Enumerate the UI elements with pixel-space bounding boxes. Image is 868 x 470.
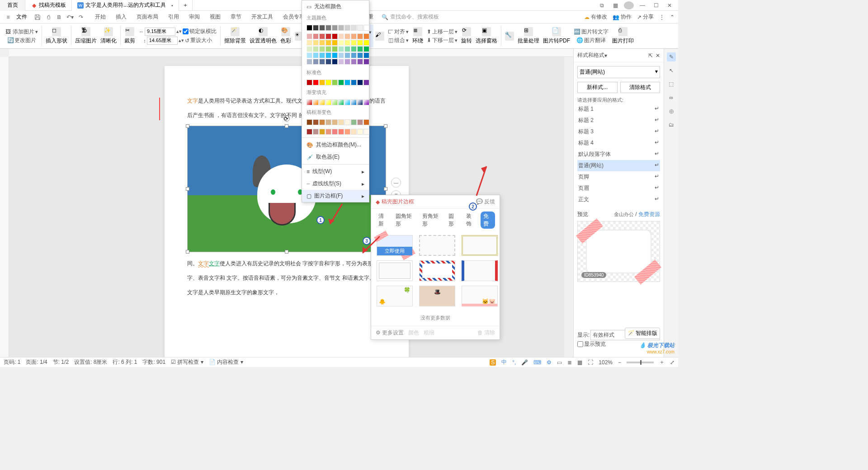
color-swatch[interactable] (307, 129, 312, 135)
align-objects-button[interactable]: ⫍对齐▾ (388, 28, 409, 36)
color-swatch[interactable] (363, 40, 369, 46)
color-swatch[interactable] (351, 33, 357, 39)
lang-punct-icon[interactable]: °, (512, 359, 516, 366)
fit-icon[interactable]: ⛶ (588, 359, 593, 366)
preview-icon[interactable]: 🗎 (55, 13, 63, 21)
color-swatch[interactable] (326, 33, 331, 39)
select-icon[interactable]: ⬚ (667, 80, 676, 89)
color-swatch[interactable] (338, 119, 344, 125)
color-swatch[interactable] (332, 25, 338, 31)
color-swatch[interactable] (307, 40, 312, 46)
popup-tab[interactable]: 装饰 (463, 212, 478, 229)
style-item[interactable]: 标题 2↵ (577, 115, 660, 126)
color-swatch[interactable] (307, 46, 312, 52)
set-alpha-button[interactable]: ◐设置透明色 (248, 24, 278, 47)
width-input[interactable] (145, 28, 175, 36)
maximize-button[interactable]: ☐ (651, 1, 661, 9)
color-swatch[interactable] (344, 46, 350, 52)
gradient-swatch[interactable] (332, 99, 338, 105)
color-swatch[interactable] (326, 80, 331, 85)
menu-tab[interactable]: 章节 (229, 12, 243, 22)
clear-format-button[interactable]: 清除格式 (620, 82, 660, 93)
zoom-slider[interactable] (627, 362, 654, 363)
style-item[interactable]: 标题 1↵ (577, 103, 660, 115)
color-swatch[interactable] (332, 59, 338, 65)
color-swatch[interactable] (363, 80, 369, 85)
color-button[interactable]: 🎨色彩 (278, 24, 293, 47)
color-swatch[interactable] (319, 59, 325, 65)
color-swatch[interactable] (357, 40, 363, 46)
input-mode-icon[interactable]: S (490, 359, 496, 366)
color-swatch[interactable] (319, 129, 325, 135)
menu-tab[interactable]: 插入 (114, 12, 128, 22)
frame-option[interactable] (462, 260, 498, 281)
combine-button[interactable]: ◫组合▾ (388, 37, 409, 44)
color-swatch[interactable] (357, 129, 363, 135)
color-swatch[interactable] (363, 59, 369, 65)
popup-tab[interactable]: 免费 (481, 212, 495, 229)
wrap-button[interactable]: ≣环绕 (410, 24, 425, 47)
rotate-button[interactable]: ⟳旋转 (459, 24, 474, 47)
link-icon[interactable]: ∞ (667, 93, 676, 102)
new-style-button[interactable]: 新样式... (577, 82, 618, 93)
height-input[interactable] (147, 37, 178, 45)
menu-tab[interactable]: 页面布局 (135, 12, 160, 22)
color-swatch[interactable] (344, 59, 350, 65)
color-swatch[interactable] (357, 119, 363, 125)
color-swatch[interactable] (307, 119, 312, 125)
color-swatch[interactable] (351, 25, 357, 31)
gradient-swatch[interactable] (351, 99, 357, 105)
zoom-out-button[interactable]: − (618, 359, 621, 366)
color-swatch[interactable] (357, 33, 363, 39)
color-swatch[interactable] (357, 46, 363, 52)
gradient-swatch[interactable] (338, 99, 344, 105)
color-swatch[interactable] (357, 52, 363, 58)
frame-option[interactable]: 🐱🐷 (462, 286, 498, 306)
color-swatch[interactable] (332, 129, 338, 135)
color-swatch[interactable] (351, 59, 357, 65)
frame-option[interactable] (419, 260, 455, 281)
apps-icon[interactable]: ▦ (610, 1, 620, 9)
frame-option[interactable] (462, 235, 498, 256)
gradient-swatch[interactable] (307, 99, 312, 105)
color-swatch[interactable] (344, 52, 350, 58)
color-swatch[interactable] (313, 33, 319, 39)
color-swatch[interactable] (326, 119, 331, 125)
color-swatch[interactable] (351, 80, 357, 85)
dash-type-item[interactable]: ┈虚线线型(S)▸ (302, 178, 369, 190)
color-swatch[interactable] (313, 80, 319, 85)
avatar-icon[interactable] (624, 1, 634, 9)
menu-tab[interactable]: 审阅 (187, 12, 202, 22)
add-image-button[interactable]: 🖼添加图片▾ (5, 28, 38, 36)
popup-tab[interactable]: 圆角矩形 (393, 212, 417, 229)
img-to-text-button[interactable]: 🔤图片转文字 (574, 28, 609, 36)
layer-up-button[interactable]: ⬆上移一层▾ (427, 28, 458, 36)
menu-tab[interactable]: 视图 (208, 12, 222, 22)
img-to-pdf-button[interactable]: 📄图片转PDF (541, 24, 572, 47)
print-icon[interactable]: ⎙ (44, 13, 52, 21)
color-swatch[interactable] (363, 119, 369, 125)
remove-bg-button[interactable]: 🪄抠除背景 (222, 24, 248, 47)
color-swatch[interactable] (338, 46, 344, 52)
selection-pane-button[interactable]: ▣选择窗格 (474, 24, 499, 47)
color-swatch[interactable] (351, 129, 357, 135)
content-check-toggle[interactable]: 📄 内容检查 ▾ (209, 358, 243, 366)
color-swatch[interactable] (363, 129, 369, 135)
keyboard-icon[interactable]: ⌨ (533, 359, 541, 366)
zoom-out-icon[interactable]: — (391, 178, 401, 188)
color-swatch[interactable] (357, 80, 363, 85)
layer-down-button[interactable]: ⬇下移一层▾ (427, 37, 458, 44)
use-now-button[interactable]: 立即使用 (377, 247, 412, 255)
no-border-item[interactable]: ▭无边框颜色 (302, 0, 369, 13)
color-swatch[interactable] (338, 52, 344, 58)
color-swatch[interactable] (332, 52, 338, 58)
color-swatch[interactable] (363, 52, 369, 58)
color-swatch[interactable] (313, 129, 319, 135)
tab-home[interactable]: 首页 (0, 0, 25, 11)
reset-size-button[interactable]: ↺重设大小 (185, 37, 212, 44)
lock-ratio-checkbox[interactable]: 锁定纵横比 (183, 28, 217, 35)
share-button[interactable]: ↗分享 (637, 13, 654, 21)
kebab-icon[interactable]: ⋮ (659, 14, 665, 20)
color-swatch[interactable] (338, 40, 344, 46)
spell-check-toggle[interactable]: ☑ 拼写检查 ▾ (171, 358, 203, 366)
